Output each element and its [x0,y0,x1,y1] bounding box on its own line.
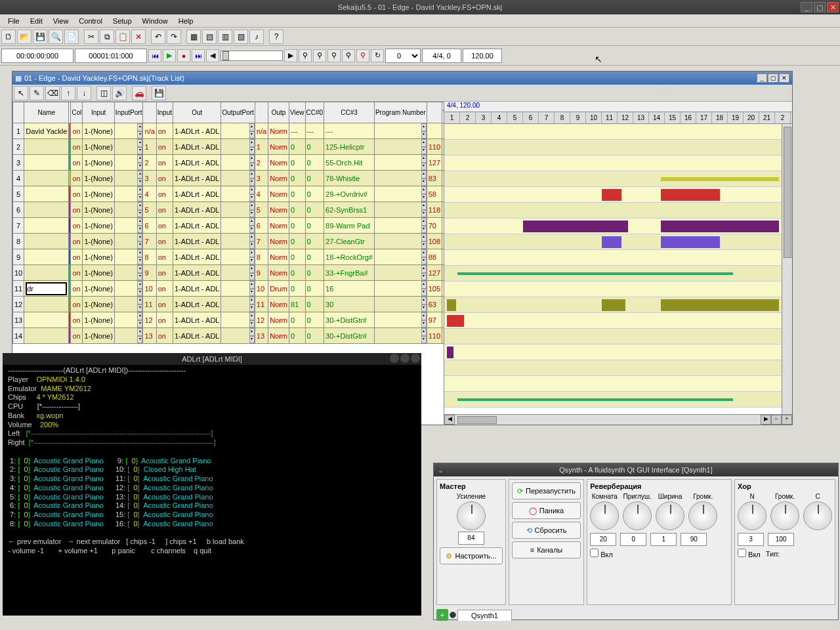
tool-car-icon[interactable]: 🚗 [132,86,146,100]
horizontal-scrollbar[interactable]: ◀▶−+ [444,414,792,425]
view1-icon[interactable]: ▦ [186,30,201,44]
record-button[interactable]: ● [177,49,190,62]
tool-erase-icon[interactable]: ⌫ [45,86,60,100]
redo-icon[interactable]: ↷ [167,30,181,44]
chorus-knob-2[interactable] [803,501,832,530]
console-titlebar[interactable]: ADLrt [ADLrt MIDI] [3,353,421,365]
tracklist-titlebar[interactable]: ▦ 01 - Edge - David Yackley.FS+OPN.skj(T… [12,72,792,85]
track-row[interactable]: 4on1-(None)▴▾3on1-ADLrt - ADL▴▾3Norm0078… [13,171,445,186]
position-slider[interactable] [220,51,283,61]
marker1-icon[interactable]: ⚲ [299,49,312,62]
delete-icon[interactable]: ✕ [131,30,146,44]
forward-button[interactable]: ⏭ [192,49,205,62]
setup-button[interactable]: ⚙Настроить... [440,547,503,564]
chorus-enable[interactable]: Вкл [738,549,761,558]
chevron-down-icon[interactable]: ⌄ [438,463,444,476]
control-panel: ⟳Перезапустить ◯Паника ⟲Сбросить ≡Каналы [509,479,584,605]
rewind-button[interactable]: ⏮ [148,49,161,62]
menu-help[interactable]: Help [173,16,199,26]
reverb-knob-2[interactable] [656,501,684,530]
view3-icon[interactable]: ▥ [218,30,232,44]
track-row[interactable]: 12on1-(None)▴▾11on1-ADLrt - ADL▴▾11Norm8… [13,297,445,312]
track-row[interactable]: 13on1-(None)▴▾12on1-ADLrt - ADL▴▾12Norm0… [13,312,445,328]
track-row[interactable]: 14on1-(None)▴▾13on1-ADLrt - ADL▴▾13Norm0… [13,328,445,344]
mdi-minimize[interactable]: _ [757,74,767,83]
add-engine-button[interactable]: + [436,609,448,621]
step-back-button[interactable]: ◀ [206,49,219,62]
mdi-close[interactable]: ✕ [779,74,789,83]
reverb-knob-0[interactable] [590,501,619,530]
tool-up-icon[interactable]: ↑ [61,86,75,100]
tool-down-icon[interactable]: ↓ [77,86,91,100]
print-icon[interactable]: 🔍 [49,30,63,44]
menu-view[interactable]: View [48,16,74,26]
track-row[interactable]: 3on1-(None)▴▾2on1-ADLrt - ADL▴▾2Norm0055… [13,155,445,171]
marker5-icon[interactable]: ⚲ [356,49,369,62]
console-max[interactable] [400,354,410,363]
marker4-icon[interactable]: ⚲ [342,49,355,62]
close-button[interactable]: ✕ [827,2,839,12]
reverb-enable[interactable]: Вкл [590,549,728,558]
track-row[interactable]: 7on1-(None)▴▾6on1-ADLrt - ADL▴▾6Norm0089… [13,218,445,234]
console-close[interactable] [411,354,420,363]
tool-select-icon[interactable]: ◫ [96,86,111,100]
new-icon[interactable]: 🗋 [1,30,16,44]
menu-control[interactable]: Control [74,16,107,26]
minimize-button[interactable]: _ [801,2,812,12]
save-icon[interactable]: 💾 [33,30,47,44]
track-row[interactable]: 5on1-(None)▴▾4on1-ADLrt - ADL▴▾4Norm0029… [13,186,445,202]
view2-icon[interactable]: ▤ [202,30,217,44]
ruler[interactable]: 1234567891011121314151617181920212 [444,112,792,124]
menu-edit[interactable]: Edit [25,16,48,26]
panic-button[interactable]: ◯Паника [512,502,581,519]
note-grid[interactable] [444,124,792,414]
tool-speaker-icon[interactable]: 🔊 [112,86,127,100]
track-row[interactable]: 10on1-(None)▴▾9on1-ADLrt - ADL▴▾9Norm003… [13,265,445,281]
tool-pointer-icon[interactable]: ↖ [14,86,28,100]
tool-draw-icon[interactable]: ✎ [30,86,44,100]
chorus-knob-1[interactable] [770,501,799,530]
tool-save-icon[interactable]: 💾 [152,86,166,100]
chorus-knob-0[interactable] [738,501,766,530]
reset-button[interactable]: ⟲Сбросить [512,522,581,539]
view5-icon[interactable]: ♪ [249,30,264,44]
engine-led [450,612,456,618]
view4-icon[interactable]: ▧ [234,30,248,44]
maximize-button[interactable]: ▢ [814,2,826,12]
track-row[interactable]: 8on1-(None)▴▾7on1-ADLrt - ADL▴▾7Norm0027… [13,234,445,249]
marker3-icon[interactable]: ⚲ [327,49,341,62]
console-min[interactable] [390,354,399,363]
menu-setup[interactable]: Setup [108,16,137,26]
play-button[interactable]: ▶ [163,49,176,62]
print-preview-icon[interactable]: 📄 [64,30,79,44]
channel-combo[interactable]: 0 [385,49,421,63]
marker2-icon[interactable]: ⚲ [313,49,326,62]
help-icon[interactable]: ? [269,30,284,44]
qsynth-titlebar[interactable]: ⌄ Qsynth - A fluidsynth Qt GUI Interface… [434,463,838,476]
step-fwd-button[interactable]: ▶ [284,49,297,62]
copy-icon[interactable]: ⧉ [100,30,114,44]
open-icon[interactable]: 📂 [17,30,32,44]
cut-icon[interactable]: ✂ [84,30,98,44]
mdi-maximize[interactable]: ▢ [768,74,778,83]
engine-tab[interactable]: Qsynth1 [457,610,512,621]
gain-spinbox[interactable]: 84 [458,532,484,545]
vertical-scrollbar[interactable] [782,124,792,414]
channels-button[interactable]: ≡Каналы [512,541,581,558]
menu-file[interactable]: File [3,16,25,26]
paste-icon[interactable]: 📋 [116,30,130,44]
undo-icon[interactable]: ↶ [151,30,165,44]
track-row[interactable]: 11on1-(None)▴▾10on1-ADLrt - ADL▴▾10Drum0… [13,281,445,297]
track-row[interactable]: 9on1-(None)▴▾8on1-ADLrt - ADL▴▾8Norm0018… [13,249,445,265]
track-name-input[interactable] [26,282,67,295]
track-row[interactable]: 2on1-(None)▴▾1on1-ADLrt - ADL▴▾1Norm0012… [13,139,445,155]
reverb-knob-3[interactable] [688,501,717,530]
track-row[interactable]: 1David Yackleon1-(None)▴▾n/aon1-ADLrt - … [13,123,445,139]
gain-knob[interactable] [457,501,486,530]
restart-button[interactable]: ⟳Перезапустить [512,482,581,499]
adlrt-console: ADLrt [ADLrt MIDI] ---------------------… [3,353,421,616]
track-row[interactable]: 6on1-(None)▴▾5on1-ADLrt - ADL▴▾5Norm0062… [13,202,445,218]
reverb-knob-1[interactable] [623,501,652,530]
loop-icon[interactable]: ↻ [371,49,384,62]
menu-window[interactable]: Window [137,16,173,26]
